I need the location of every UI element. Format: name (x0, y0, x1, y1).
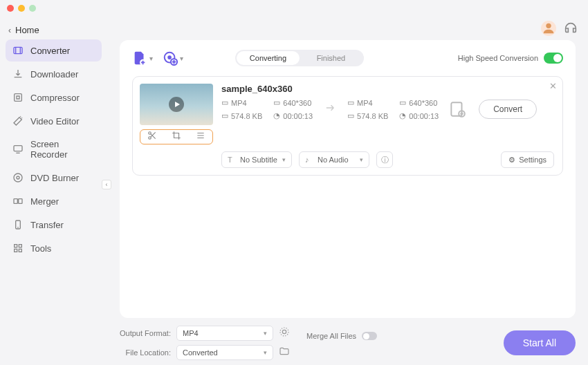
remove-file-button[interactable]: ✕ (549, 81, 557, 91)
sidebar-item-dvd-burner[interactable]: DVD Burner (6, 167, 102, 189)
user-avatar[interactable] (541, 21, 556, 36)
file-name: sample_640x360 (221, 84, 554, 94)
chevron-left-icon: ‹ (8, 26, 11, 35)
support-icon[interactable] (563, 21, 578, 36)
sidebar-item-label: Converter (30, 46, 70, 56)
crop-icon[interactable] (172, 131, 181, 143)
play-preview-button[interactable] (169, 97, 184, 112)
size-icon: ▭ (347, 111, 354, 120)
output-format-dropdown[interactable]: MP4 ▾ (176, 326, 273, 341)
sidebar-item-compressor[interactable]: Compressor (6, 86, 102, 109)
clock-icon: ◔ (273, 111, 280, 120)
sidebar-item-merger[interactable]: Merger (6, 190, 102, 212)
high-speed-label: High Speed Conversion (458, 54, 538, 62)
maximize-window-button[interactable] (29, 5, 36, 12)
sidebar-item-video-editor[interactable]: Video Editor (6, 110, 102, 132)
close-window-button[interactable] (7, 5, 14, 12)
sidebar-item-tools[interactable]: Tools (6, 237, 102, 259)
tab-converting[interactable]: Converting (237, 51, 300, 65)
sidebar-item-label: DVD Burner (30, 173, 79, 183)
sidebar-item-converter[interactable]: Converter (6, 39, 102, 62)
add-disc-button[interactable]: ▾ (163, 50, 183, 66)
svg-rect-0 (14, 47, 22, 53)
sidebar-item-screen-recorder[interactable]: Screen Recorder (6, 133, 102, 165)
chevron-down-icon: ▾ (282, 156, 286, 163)
trim-icon[interactable] (147, 131, 157, 143)
high-speed-toggle[interactable] (544, 53, 563, 64)
sidebar-item-label: Compressor (30, 93, 80, 103)
sidebar-item-label: Tools (30, 243, 51, 254)
svg-rect-5 (14, 199, 17, 204)
home-label: Home (15, 25, 39, 35)
video-thumbnail (140, 84, 213, 125)
sidebar-item-label: Downloader (30, 69, 78, 79)
settings-button[interactable]: ⚙ Settings (501, 151, 554, 168)
svg-rect-2 (14, 146, 22, 151)
start-all-button[interactable]: Start All (504, 330, 576, 355)
subtitle-dropdown[interactable]: T No Subtitle ▾ (221, 151, 292, 168)
svg-rect-1 (15, 94, 22, 102)
file-location-label: File Location: (120, 348, 171, 357)
chevron-down-icon: ▾ (264, 330, 267, 337)
add-file-button[interactable]: ▾ (132, 50, 153, 66)
svg-rect-19 (452, 102, 462, 116)
wand-icon (12, 115, 24, 127)
minimize-window-button[interactable] (18, 5, 25, 12)
output-format-icon[interactable] (448, 100, 466, 118)
svg-point-4 (17, 176, 19, 179)
sidebar-item-label: Screen Recorder (30, 139, 95, 160)
merge-toggle[interactable] (362, 332, 377, 340)
home-link[interactable]: ‹ Home (6, 21, 102, 39)
disc-icon (12, 172, 24, 183)
download-icon (12, 68, 24, 79)
size-icon: ▭ (221, 111, 228, 120)
sidebar-item-label: Merger (30, 196, 59, 207)
video-icon: ▭ (221, 98, 228, 107)
chevron-down-icon: ▾ (180, 55, 183, 62)
arrow-right-icon (324, 102, 336, 117)
add-file-icon (132, 50, 147, 66)
edit-tool-tray (140, 129, 213, 144)
file-location-dropdown[interactable]: Converted ▾ (176, 345, 273, 360)
topbar (107, 17, 588, 40)
sidebar-collapse-button[interactable]: ‹ (102, 180, 111, 189)
status-tabs: Converting Finished (235, 50, 364, 66)
grid-icon (12, 243, 24, 254)
info-button[interactable]: ⓘ (376, 151, 393, 168)
effects-icon[interactable] (196, 131, 205, 143)
merge-label: Merge All Files (306, 332, 356, 340)
audio-dropdown[interactable]: ♪ No Audio ▾ (299, 151, 369, 168)
main-panel: ▾ ▾ Converting Finished High Speed Conve… (120, 40, 576, 318)
svg-rect-6 (19, 199, 22, 204)
footer: Output Format: MP4 ▾ File Location: Conv… (107, 326, 588, 365)
format-settings-icon[interactable] (279, 326, 290, 340)
svg-point-15 (168, 56, 171, 59)
transfer-icon (12, 219, 24, 230)
chevron-down-icon: ▾ (149, 55, 153, 62)
svg-rect-9 (19, 245, 21, 247)
svg-point-22 (280, 328, 288, 336)
audio-icon: ♪ (305, 156, 313, 164)
subtitle-icon: T (228, 156, 236, 164)
sidebar: ‹ Home Converter Downloader Compressor V… (0, 17, 107, 365)
svg-rect-8 (15, 245, 17, 247)
svg-point-3 (14, 174, 22, 182)
svg-point-12 (546, 24, 551, 28)
source-meta: ▭MP4 ▭640*360 ▭574.8 KB ◔00:00:13 (221, 98, 313, 120)
convert-button[interactable]: Convert (479, 100, 537, 119)
dimensions-icon: ▭ (399, 98, 406, 107)
tab-finished[interactable]: Finished (300, 51, 362, 65)
dimensions-icon: ▭ (273, 98, 280, 107)
open-folder-icon[interactable] (279, 346, 290, 359)
gear-icon: ⚙ (508, 156, 515, 165)
sidebar-item-transfer[interactable]: Transfer (6, 214, 102, 236)
chevron-down-icon: ▾ (264, 349, 267, 356)
merge-icon (12, 196, 24, 207)
screen-icon (12, 144, 24, 155)
film-icon (12, 45, 24, 56)
sidebar-item-label: Video Editor (30, 116, 80, 127)
svg-rect-11 (19, 249, 21, 252)
target-meta: ▭MP4 ▭640*360 ▭574.8 KB ◔00:00:13 (347, 98, 439, 120)
window-titlebar (0, 0, 588, 17)
sidebar-item-downloader[interactable]: Downloader (6, 63, 102, 85)
